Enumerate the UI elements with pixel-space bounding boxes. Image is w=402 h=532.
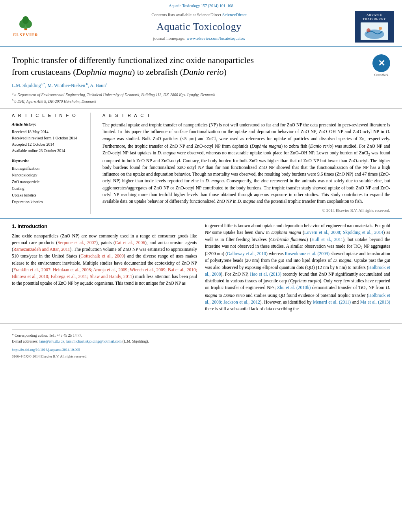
hao-ref[interactable]: Hao et al. (2013) [250, 272, 281, 276]
keyword-zno: ZnO nanoparticle [12, 178, 84, 185]
crossmark-icon: ✕ [378, 59, 385, 68]
doi-link[interactable]: http://dx.doi.org/10.1016/j.aquatox.2014… [12, 348, 80, 352]
svg-point-8 [379, 27, 382, 30]
body-two-columns: 1. Introduction Zinc oxide nanoparticles… [12, 222, 390, 319]
journal-header-center: Contents lists available at ScienceDirec… [43, 12, 355, 41]
main-body: 1. Introduction Zinc oxide nanoparticles… [0, 218, 402, 323]
serpone-ref[interactable]: Serpone et al., 2007 [58, 240, 96, 245]
svg-point-7 [367, 28, 370, 32]
body-right-col: in general little is known about uptake … [205, 222, 390, 315]
abstract-heading: A B S T R A C T [102, 113, 390, 119]
email2-link[interactable]: lars.michael.skjolding@hotmail.com [66, 339, 121, 343]
body-left-col: 1. Introduction Zinc oxide nanoparticles… [12, 222, 197, 315]
keyword-biomagnification: Biomagnification [12, 165, 84, 172]
email1-link[interactable]: lans@env.dtu.dk [39, 339, 65, 343]
homepage-link[interactable]: www.elsevier.com/locate/aquatox [186, 36, 245, 41]
contents-line: Contents lists available at ScienceDirec… [43, 12, 355, 18]
abstract-text: The potential uptake and trophic transfe… [102, 122, 390, 205]
journal-title: Aquatic Toxicology [43, 20, 355, 34]
article-header: Trophic transfer of differently function… [0, 47, 402, 108]
received-revised-date: Received in revised form 1 October 2014 [12, 135, 84, 141]
keywords-label: Keywords: [12, 158, 84, 163]
abstract-col: A B S T R A C T The potential uptake and… [102, 113, 390, 214]
copyright-line: © 2014 Elsevier B.V. All rights reserved… [102, 208, 390, 214]
crossmark-badge: ✕ CrossMark [372, 54, 390, 72]
footnote-divider [12, 329, 390, 330]
received-date: Received 18 May 2014 [12, 129, 84, 135]
crossmark-circle: ✕ [372, 54, 390, 72]
authors: L.M. Skjoldinga,*, M. Winther-Nielsen b,… [12, 82, 367, 89]
footer-doi-block: http://dx.doi.org/10.1016/j.aquatox.2014… [12, 346, 390, 353]
aquatic-logo-title: AQUATICTOXICOLOGY [363, 13, 386, 20]
menard-ref[interactable]: Menard et al. (2011) [313, 300, 351, 304]
footnote-section: * Corresponding author. Tel.: +45 45 25 … [0, 323, 402, 360]
section1-title: 1. Introduction [12, 222, 197, 230]
article-info-heading: A R T I C L E I N F O [12, 113, 84, 119]
history-label: Article history: [12, 122, 84, 127]
keyword-nanotoxicology: Nanotoxicology [12, 172, 84, 178]
elsevier-logo: ELSEVIER [8, 15, 43, 39]
page-header: Aquatic Toxicology 157 (2014) 101–108 EL… [0, 0, 402, 47]
elsevier-label: ELSEVIER [13, 32, 38, 38]
article-title-block: Trophic transfer of differently function… [12, 54, 367, 104]
corresponding-note: * Corresponding author. Tel.: +45 45 25 … [12, 333, 390, 338]
rosenkranz-ref[interactable]: Rosenkranz et al. (2009) [285, 251, 329, 256]
keyword-depuration: Depuration kinetics [12, 198, 84, 205]
keyword-coating: Coating [12, 185, 84, 192]
sciencedirect-link[interactable]: ScienceDirect [222, 12, 247, 17]
lovern-ref[interactable]: Lovern et al., 2008; Skjolding et al., 2… [304, 230, 383, 235]
intro-paragraph-2: in general little is known about uptake … [205, 222, 390, 312]
article-info-col: A R T I C L E I N F O Article history: R… [12, 113, 91, 214]
aquatic-logo-image [361, 22, 388, 40]
crossmark-label: CrossMark [372, 73, 390, 77]
svg-point-4 [22, 16, 29, 24]
issn-line: 0166-445X/© 2014 Elsevier B.V. All right… [12, 354, 390, 359]
holbrook-ref[interactable]: Holbrook et al., 2008 [205, 265, 390, 276]
franklin-ref[interactable]: Franklin et al., 2007; Heinlaan et al., … [12, 267, 197, 279]
ma-ref[interactable]: Ma et al. (2013) [360, 300, 390, 304]
ramez-ref[interactable]: Ramezanzadeh and Attar, 2011 [13, 247, 70, 252]
gottschalk-ref[interactable]: Gottschalk et al., 2009 [80, 254, 124, 258]
zhu-ref[interactable]: Zhu et al. (2010b) [277, 285, 311, 290]
keyword-uptake: Uptake kinetics [12, 192, 84, 198]
journal-homepage: journal homepage: www.elsevier.com/locat… [43, 35, 355, 41]
elsevier-tree-icon [14, 15, 37, 31]
email-footnote: E-mail addresses: lans@env.dtu.dk, lars.… [12, 339, 390, 344]
article-info-abstract-section: A R T I C L E I N F O Article history: R… [0, 108, 402, 218]
available-date: Available online 23 October 2014 [12, 148, 84, 154]
article-title: Trophic transfer of differently function… [12, 54, 367, 78]
galloway-ref[interactable]: Galloway et al., 2010 [227, 251, 266, 256]
cai-ref[interactable]: Cai et al., 2006 [115, 240, 145, 245]
accepted-date: Accepted 12 October 2014 [12, 141, 84, 148]
doi-banner: Aquatic Toxicology 157 (2014) 101–108 [8, 3, 394, 9]
intro-paragraph-1: Zinc oxide nanoparticles (ZnO NP) are no… [12, 233, 197, 287]
hull-ref[interactable]: Hull et al., 2011 [311, 237, 343, 242]
aquatic-toxicology-logo: AQUATICTOXICOLOGY [355, 11, 394, 43]
affiliations: a a Department of Environmental Engineer… [12, 91, 367, 104]
